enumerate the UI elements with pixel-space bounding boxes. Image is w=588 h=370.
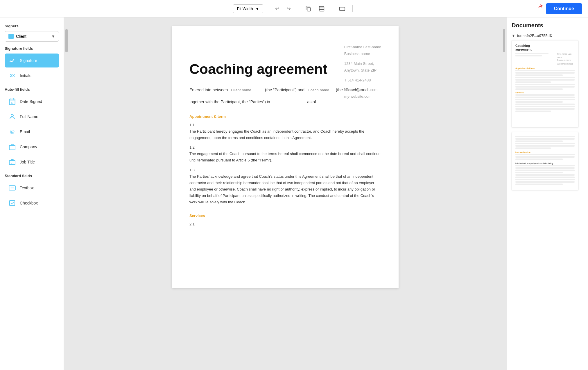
thumb-header-text: First-name Last-name xyxy=(557,53,575,59)
signer-dropdown[interactable]: Client ▼ xyxy=(5,31,59,42)
layout-button[interactable] xyxy=(316,4,327,14)
thumb-line xyxy=(515,136,575,137)
clause-1-2-num: 1.2 xyxy=(189,145,381,150)
thumb-line xyxy=(515,147,551,149)
email-icon: @ xyxy=(8,127,17,136)
thumb-line xyxy=(515,77,575,78)
thumb-line xyxy=(515,86,575,88)
signature-icon xyxy=(8,56,17,65)
thumb-line xyxy=(515,145,575,147)
sidebar: Signers Client ▼ Signature fields Signat… xyxy=(0,17,64,370)
date-signed-icon: 24 xyxy=(8,97,17,106)
thumb-line xyxy=(515,138,575,140)
right-scrollbar xyxy=(501,17,507,370)
clause-1-1-text: The Participant hereby engages the Coach… xyxy=(189,128,381,141)
scrollbar-thumb[interactable] xyxy=(65,29,68,52)
documents-title: Documents xyxy=(512,22,583,29)
fit-width-label: Fit Width xyxy=(237,6,253,11)
redo-button[interactable]: ↪ xyxy=(284,4,293,14)
company-label: Company xyxy=(20,145,37,149)
clause-1-2-text: The engagement of the Coach pursuant to … xyxy=(189,151,381,163)
thumb-header-text2: Business name xyxy=(557,59,575,62)
signature-label: Signature xyxy=(20,58,37,63)
doc-header-right: First-name Last-name Business name 1234 … xyxy=(344,44,381,100)
svg-rect-21 xyxy=(9,161,15,165)
signer-color-dot xyxy=(8,34,14,39)
right-panel: Documents ▼ forms%2F...a9755d€ Coachinga… xyxy=(507,17,588,370)
svg-point-18 xyxy=(11,114,13,117)
thumb-line xyxy=(515,165,575,166)
doc-header-phone: T 514 414-2488 xyxy=(344,77,381,83)
full-name-label: Full Name xyxy=(20,114,38,119)
date-signed-field-item[interactable]: 24 Date Signed ➜ xyxy=(5,95,59,108)
full-name-icon xyxy=(8,112,17,121)
thumb-address: 1234 Main Street xyxy=(557,63,575,66)
doc-tree-item[interactable]: ▼ forms%2F...a9755d€ xyxy=(512,33,583,38)
copy-button[interactable] xyxy=(303,4,314,14)
initials-field-item[interactable]: XX Initials ➜ xyxy=(5,69,59,83)
thumb-line xyxy=(515,108,575,110)
client-name-field: Client name xyxy=(229,86,264,94)
toolbar-divider-1 xyxy=(268,5,268,12)
thumb-title: Coachingagreement xyxy=(515,44,575,51)
checkbox-icon xyxy=(8,198,17,208)
fit-width-dropdown[interactable]: Fit Width ▼ xyxy=(233,4,263,13)
thumb-line xyxy=(515,106,575,107)
email-label: Email xyxy=(20,129,30,134)
textbox-label: Textbox xyxy=(20,186,34,190)
toolbar: Fit Width ▼ ↩ ↪ ➜ Continue xyxy=(0,0,588,17)
textbox-icon xyxy=(8,183,17,193)
thumb-line xyxy=(515,177,575,178)
doc-thumbnail: Coachingagreement First-name Last-name B… xyxy=(512,40,578,127)
doc-header-email: contact@email.com xyxy=(344,86,381,93)
thumb-line xyxy=(515,101,563,103)
clause-1-3-text: The Parties' acknowledge and agree that … xyxy=(189,173,381,205)
thumb-line xyxy=(515,174,575,176)
together-text: together with the Participant, the "Part… xyxy=(189,99,271,104)
thumb-line xyxy=(515,167,575,169)
as-of-text: as of xyxy=(307,99,317,104)
signature-field-item[interactable]: Signature ➜ xyxy=(5,54,59,67)
chevron-down-icon: ▼ xyxy=(51,34,55,39)
svg-rect-0 xyxy=(307,8,311,11)
thumb-line xyxy=(515,140,563,142)
keyboard-button[interactable] xyxy=(337,4,348,14)
right-scrollbar-thumb[interactable] xyxy=(503,29,505,52)
signers-section-title: Signers xyxy=(5,24,59,28)
autofill-fields-title: Auto-fill fields xyxy=(5,87,59,92)
textbox-field-item[interactable]: Textbox xyxy=(5,181,59,195)
doc-header-address2: Anytown, State ZIP xyxy=(344,67,381,74)
svg-rect-4 xyxy=(339,7,345,10)
company-field-item[interactable]: Company xyxy=(5,140,59,154)
intro-text: Entered into between xyxy=(189,88,228,92)
full-name-field-item[interactable]: Full Name xyxy=(5,110,59,124)
appointment-section-header: Appointment & term xyxy=(189,114,381,119)
initials-icon: XX xyxy=(8,71,17,80)
undo-button[interactable]: ↩ xyxy=(273,4,282,14)
thumb-line xyxy=(515,104,575,105)
checkbox-label: Checkbox xyxy=(20,201,38,205)
thumb-section: Appointment & term xyxy=(515,67,575,69)
toolbar-divider-3 xyxy=(332,5,332,12)
initials-label: Initials xyxy=(20,73,31,78)
date-signed-label: Date Signed xyxy=(20,99,42,104)
thumb-line xyxy=(515,79,575,81)
participant-label: (the "Participant") and xyxy=(265,88,306,92)
job-title-field-item[interactable]: Job Title xyxy=(5,155,59,169)
chevron-down-icon: ▼ xyxy=(255,6,259,11)
standard-fields-title: Standard fields xyxy=(5,174,59,178)
continue-arrow-indicator: ➜ xyxy=(536,1,545,11)
document-area: First-name Last-name Business name 1234 … xyxy=(69,17,501,370)
thumb-line xyxy=(515,94,575,96)
toolbar-center: Fit Width ▼ ↩ ↪ xyxy=(233,4,355,14)
svg-rect-1 xyxy=(319,6,324,11)
tree-arrow-icon: ▼ xyxy=(512,33,515,38)
continue-button[interactable]: Continue xyxy=(546,3,582,14)
clause-2-1-num: 2.1 xyxy=(189,222,381,226)
signature-fields-title: Signature fields xyxy=(5,46,59,51)
checkbox-field-item[interactable]: Checkbox xyxy=(5,196,59,210)
email-field-item[interactable]: @ Email xyxy=(5,125,59,139)
thumb-line xyxy=(515,159,563,160)
thumb-line xyxy=(515,88,563,90)
doc-header-website: my-website.com xyxy=(344,93,381,100)
